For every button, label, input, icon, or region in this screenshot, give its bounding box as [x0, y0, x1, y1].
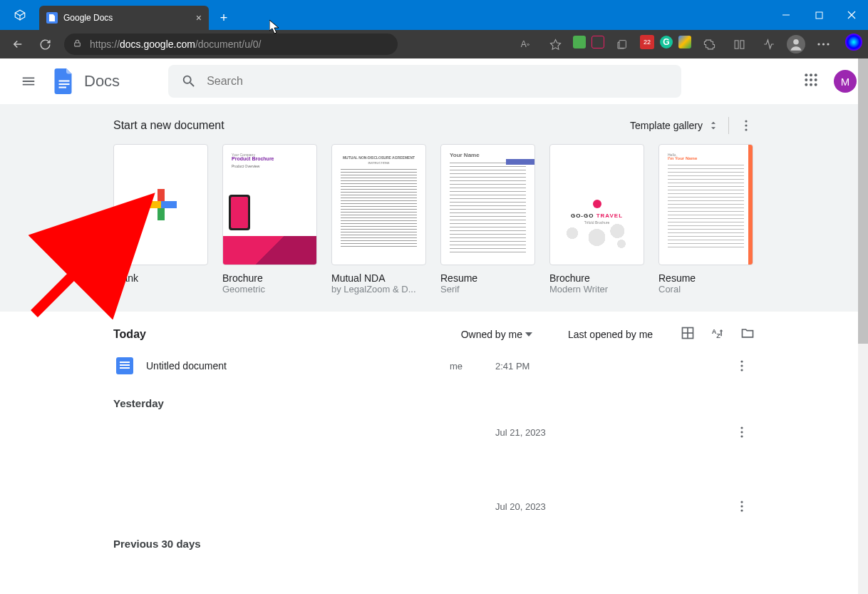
extensions-menu-icon[interactable] [697, 32, 721, 56]
minimize-button[interactable] [770, 0, 802, 30]
refresh-button[interactable] [33, 32, 57, 56]
svg-point-37 [740, 435, 743, 437]
template-card: Your CompanyProduct BrochureProduct Over… [222, 144, 317, 295]
extension-color-icon[interactable] [678, 36, 691, 48]
search-box[interactable] [168, 65, 681, 98]
template-sub: by LegalZoom & D... [331, 284, 426, 295]
template-thumb[interactable]: Hello,I'm Your Name [658, 144, 753, 265]
template-gallery-label: Template gallery [630, 120, 703, 131]
template-thumb[interactable]: MUTUAL NON-DISCLOSURE AGREEMENTINSTRUCTI… [331, 144, 426, 265]
template-name: Resume [440, 272, 535, 284]
template-thumb[interactable]: GO-GO TRAVELTrifold Brochure [549, 144, 644, 265]
favorite-icon[interactable] [543, 32, 567, 56]
owner-filter-label: Owned by me [461, 329, 522, 340]
open-file-picker-button[interactable] [740, 326, 755, 343]
maximize-button[interactable] [802, 0, 835, 30]
browser-tab[interactable]: Google Docs × [39, 6, 209, 30]
split-screen-icon[interactable] [727, 32, 751, 56]
address-bar[interactable]: https://docs.google.com/document/u/0/ [64, 34, 398, 55]
time-group-label: Previous 30 days [113, 538, 755, 550]
lock-icon [73, 39, 83, 50]
sort-label[interactable]: Last opened by me [568, 329, 661, 340]
time-group-label: Yesterday [113, 397, 755, 409]
svg-point-35 [740, 426, 743, 429]
template-name: Blank [113, 272, 208, 284]
owner-filter-dropdown[interactable]: Owned by me [461, 329, 532, 340]
main-menu-button[interactable] [11, 64, 46, 98]
bing-chat-icon[interactable] [845, 34, 862, 51]
url-text: https://docs.google.com/document/u/0/ [90, 39, 262, 50]
row-more-button[interactable] [732, 496, 752, 516]
template-sub: Modern Writer [549, 284, 644, 295]
template-sub: Geometric [222, 284, 317, 295]
template-card: MUTUAL NON-DISCLOSURE AGREEMENTINSTRUCTI… [331, 144, 426, 295]
template-gallery-button[interactable]: Template gallery [630, 119, 720, 132]
svg-point-26 [745, 128, 747, 130]
documents-list: Today Owned by me Last opened by me AZ U… [113, 312, 755, 550]
account-avatar[interactable]: M [834, 70, 857, 93]
svg-text:Z: Z [716, 332, 720, 339]
svg-point-10 [822, 43, 824, 45]
profile-icon[interactable] [787, 35, 805, 53]
svg-point-23 [815, 83, 817, 86]
document-row[interactable]: Untitled document me 2:41 PM [113, 349, 755, 383]
templates-more-button[interactable] [738, 117, 755, 134]
svg-point-21 [805, 83, 807, 86]
document-date: 2:41 PM [495, 361, 609, 372]
google-apps-button[interactable] [804, 73, 821, 90]
close-window-button[interactable] [835, 0, 868, 30]
template-name: Brochure [549, 272, 644, 284]
template-card-blank: Blank [113, 144, 208, 295]
tab-close-button[interactable]: × [196, 12, 202, 24]
svg-rect-7 [740, 40, 743, 48]
template-thumb[interactable]: Your Name [440, 144, 535, 265]
svg-point-33 [740, 364, 743, 367]
template-thumb-blank[interactable] [113, 144, 208, 265]
extension-calendar-icon[interactable]: 22 [640, 35, 654, 49]
svg-point-22 [810, 83, 812, 86]
docs-favicon [46, 12, 58, 24]
new-tab-button[interactable]: + [213, 7, 234, 29]
document-name: Untitled document [146, 360, 417, 372]
back-button[interactable] [6, 32, 30, 56]
row-more-button[interactable] [732, 422, 752, 442]
search-input[interactable] [207, 75, 668, 88]
svg-point-15 [805, 73, 807, 76]
template-sub: Serif [440, 284, 535, 295]
document-row[interactable]: Jul 20, 2023 [113, 489, 755, 523]
templates-heading: Start a new document [113, 119, 224, 132]
template-name: Brochure [222, 272, 317, 284]
document-date: Jul 20, 2023 [495, 501, 609, 512]
browser-toolbar: https://docs.google.com/document/u/0/ A»… [0, 30, 868, 58]
template-thumb[interactable]: Your CompanyProduct BrochureProduct Over… [222, 144, 317, 265]
dropdown-arrow-icon [525, 332, 532, 337]
extension-green-icon[interactable] [573, 36, 586, 48]
sort-options-button[interactable]: AZ [711, 326, 725, 343]
svg-rect-5 [619, 41, 626, 48]
docs-header: Docs M [0, 58, 868, 104]
svg-point-32 [740, 360, 743, 362]
docs-logo-icon[interactable] [51, 68, 77, 94]
svg-point-18 [805, 78, 807, 81]
grid-view-button[interactable] [681, 326, 695, 343]
collections-icon[interactable] [610, 32, 634, 56]
svg-rect-13 [59, 83, 70, 85]
svg-point-11 [827, 43, 829, 45]
read-aloud-icon[interactable]: A» [513, 32, 537, 56]
plus-multicolor-icon [145, 189, 177, 220]
window-controls [770, 0, 868, 30]
svg-point-9 [817, 43, 820, 45]
performance-icon[interactable] [757, 32, 781, 56]
browser-titlebar: Google Docs × + [0, 0, 868, 30]
search-icon [181, 73, 197, 89]
scrollbar-thumb[interactable] [858, 58, 868, 344]
scrollbar[interactable] [858, 58, 868, 594]
document-row[interactable]: Jul 21, 2023 [113, 415, 755, 449]
browser-logo [0, 0, 39, 30]
extension-screenshot-icon[interactable] [591, 36, 604, 48]
row-more-button[interactable] [732, 356, 752, 376]
app-title: Docs [84, 72, 120, 91]
more-menu-icon[interactable] [811, 32, 835, 56]
extension-grammarly-icon[interactable]: G [660, 36, 673, 48]
svg-point-8 [793, 39, 799, 45]
